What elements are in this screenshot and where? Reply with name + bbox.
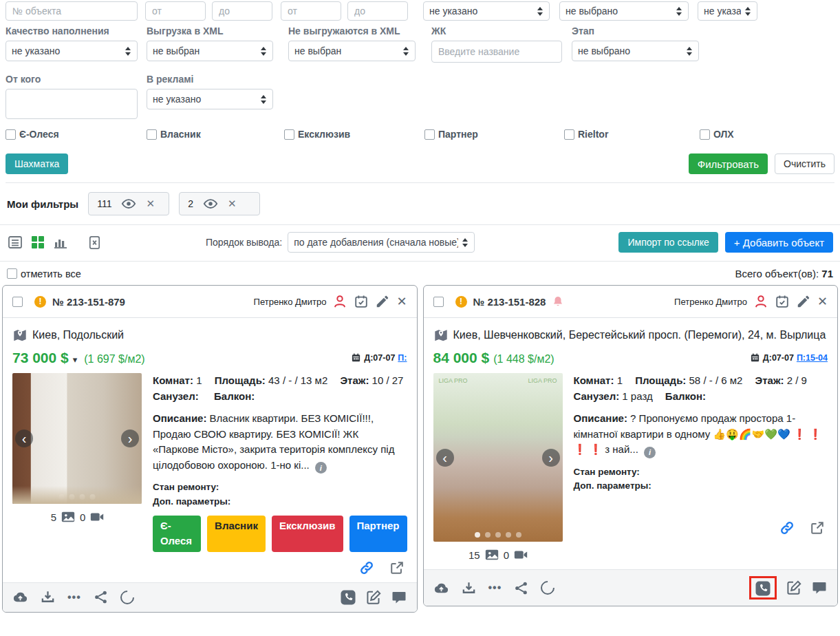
area-to-input[interactable] bbox=[347, 1, 408, 21]
comment-icon[interactable] bbox=[811, 580, 828, 596]
import-by-link-button[interactable]: Импорт по ссылке bbox=[618, 232, 718, 253]
object-photo[interactable]: ‹ › bbox=[12, 373, 142, 504]
select-all-control[interactable]: отметить все bbox=[7, 268, 81, 279]
calendar-task-icon[interactable] bbox=[775, 294, 790, 309]
in-ads-label: В рекламі bbox=[147, 74, 273, 85]
info-icon[interactable]: i bbox=[315, 462, 327, 474]
checkbox-vlasnik[interactable]: Власник bbox=[147, 129, 284, 140]
floor-value: 10 / 27 bbox=[372, 374, 404, 386]
eye-icon[interactable] bbox=[203, 196, 218, 211]
zhk-input[interactable] bbox=[431, 41, 562, 63]
checkbox-icon[interactable] bbox=[7, 268, 17, 279]
cloud-upload-icon[interactable] bbox=[12, 589, 28, 605]
calendar-icon bbox=[351, 352, 361, 363]
agent-icon[interactable] bbox=[753, 294, 768, 309]
area-from-input[interactable] bbox=[281, 1, 341, 21]
share-icon[interactable] bbox=[93, 589, 109, 605]
link-icon[interactable] bbox=[779, 520, 795, 536]
checkbox-icon[interactable] bbox=[284, 129, 294, 140]
agent-icon[interactable] bbox=[332, 294, 347, 309]
link-icon[interactable] bbox=[359, 560, 374, 575]
xml-upload-select[interactable]: не выбран bbox=[147, 41, 273, 61]
filter-button[interactable]: Фильтровать bbox=[689, 153, 768, 174]
price-to-input[interactable] bbox=[212, 1, 272, 21]
edit-pencil-icon[interactable] bbox=[375, 294, 390, 309]
photo-column: ‹ › 5 0 bbox=[12, 373, 143, 582]
chart-view-icon[interactable] bbox=[52, 234, 69, 251]
price-history-caret-icon[interactable]: ▾ bbox=[73, 354, 78, 365]
add-object-button[interactable]: + Добавить объект bbox=[725, 232, 833, 253]
xml-exclude-label: Не выгружаются в XML bbox=[288, 25, 416, 36]
photo-dots bbox=[475, 532, 521, 538]
download-icon[interactable] bbox=[461, 580, 477, 596]
info-icon[interactable]: i bbox=[644, 447, 656, 458]
checkbox-icon[interactable] bbox=[12, 297, 23, 307]
photo-next-icon[interactable]: › bbox=[542, 449, 560, 467]
eye-icon[interactable] bbox=[121, 196, 136, 211]
from-whom-input[interactable] bbox=[6, 89, 138, 119]
phone-icon[interactable] bbox=[340, 589, 356, 606]
xml-exclude-select[interactable]: не выбран bbox=[288, 41, 416, 61]
write-note-icon[interactable] bbox=[365, 589, 382, 606]
stage-select[interactable]: не выбрано bbox=[572, 41, 699, 61]
checkbox-icon[interactable] bbox=[433, 297, 444, 307]
extra-select[interactable]: не указан bbox=[698, 1, 757, 21]
download-icon[interactable] bbox=[40, 589, 56, 605]
photo-prev-icon[interactable]: ‹ bbox=[436, 449, 454, 467]
refresh-icon[interactable] bbox=[538, 578, 557, 597]
photo-next-icon[interactable]: › bbox=[121, 430, 139, 447]
more-actions-icon[interactable]: ••• bbox=[488, 582, 502, 594]
calendar-task-icon[interactable] bbox=[354, 294, 369, 309]
type-select[interactable]: не выбрано bbox=[559, 1, 689, 21]
comment-icon[interactable] bbox=[391, 589, 407, 606]
quality-select[interactable]: не указано bbox=[6, 41, 138, 61]
in-ads-select[interactable]: не указано bbox=[147, 89, 273, 109]
badge-vlasnik: Власник bbox=[207, 516, 266, 552]
card-content: ‹ › 5 0 bbox=[12, 373, 407, 582]
my-filters-label: Мои фильтры bbox=[7, 198, 78, 210]
close-icon[interactable]: ✕ bbox=[817, 295, 828, 308]
object-number-input[interactable] bbox=[6, 1, 138, 21]
repair-state-label: Стан ремонту: bbox=[153, 482, 219, 492]
clear-button[interactable]: Очистить bbox=[775, 153, 834, 174]
price-value: 73 000 $ bbox=[12, 350, 69, 366]
date-published-link[interactable]: П:15-04 bbox=[797, 353, 828, 363]
phone-icon[interactable] bbox=[755, 580, 771, 597]
refresh-icon[interactable] bbox=[118, 588, 137, 607]
close-icon[interactable]: ✕ bbox=[396, 295, 407, 308]
cloud-upload-icon[interactable] bbox=[433, 580, 449, 596]
checkbox-icon[interactable] bbox=[700, 129, 710, 140]
close-icon[interactable]: ✕ bbox=[146, 198, 155, 210]
checkbox-icon[interactable] bbox=[6, 129, 16, 140]
checkbox-icon[interactable] bbox=[564, 129, 574, 140]
extra-select-value: не указан bbox=[704, 6, 741, 17]
photo-prev-icon[interactable]: ‹ bbox=[15, 430, 33, 447]
more-actions-icon[interactable]: ••• bbox=[67, 591, 81, 604]
grid-view-icon[interactable] bbox=[32, 236, 44, 248]
chessboard-button[interactable]: Шахматка bbox=[6, 153, 68, 174]
price-from-input[interactable] bbox=[145, 1, 206, 21]
edit-pencil-icon[interactable] bbox=[796, 294, 811, 309]
close-icon[interactable]: ✕ bbox=[228, 198, 237, 210]
sort-order-select[interactable]: по дате добавления (сначала новые) bbox=[288, 232, 475, 253]
checkbox-exclusive[interactable]: Ексклюзив bbox=[284, 129, 424, 140]
share-icon[interactable] bbox=[513, 580, 529, 596]
rooms-select[interactable]: не указано bbox=[423, 1, 550, 21]
balcony-label: Балкон: bbox=[214, 390, 255, 402]
checkbox-icon[interactable] bbox=[424, 129, 435, 140]
excel-export-icon[interactable] bbox=[87, 235, 103, 251]
list-view-icon[interactable] bbox=[7, 234, 23, 251]
checkbox-icon[interactable] bbox=[147, 129, 157, 140]
date-added: Д:07-07 bbox=[763, 353, 794, 363]
external-link-icon[interactable] bbox=[389, 560, 405, 575]
date-published-link[interactable]: П: bbox=[398, 353, 407, 363]
address-row: Киев, Подольский bbox=[12, 328, 407, 343]
area-value: 58 / - / 6 м2 bbox=[689, 374, 743, 386]
object-photo[interactable]: LIGA PRO LIGA PRO ‹ › bbox=[433, 373, 563, 542]
write-note-icon[interactable] bbox=[786, 580, 802, 596]
external-link-icon[interactable] bbox=[810, 520, 825, 536]
checkbox-e-olesya[interactable]: Є-Олеся bbox=[6, 129, 147, 140]
checkbox-partner[interactable]: Партнер bbox=[424, 129, 564, 140]
checkbox-olx[interactable]: ОЛХ bbox=[700, 129, 734, 140]
checkbox-rieltor[interactable]: Rieltor bbox=[564, 129, 700, 140]
